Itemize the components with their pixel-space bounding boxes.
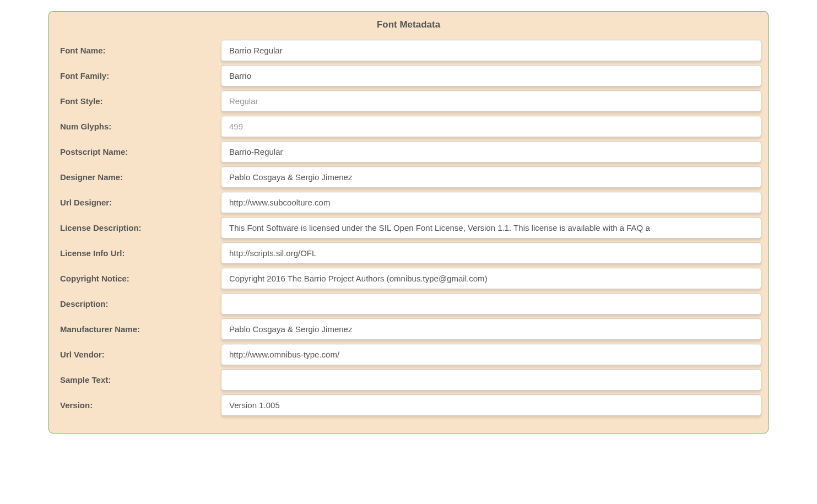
input-font-family[interactable] xyxy=(221,65,761,86)
label-font-style: Font Style: xyxy=(56,96,221,106)
label-designer-name: Designer Name: xyxy=(56,172,221,182)
input-version[interactable] xyxy=(221,394,761,416)
input-description[interactable] xyxy=(221,293,761,315)
label-description: Description: xyxy=(56,299,221,308)
row-postscript-name: Postscript Name: xyxy=(56,141,761,162)
label-font-family: Font Family: xyxy=(56,71,221,80)
row-copyright-notice: Copyright Notice: xyxy=(56,268,761,289)
font-metadata-panel: Font Metadata Font Name: Font Family: Fo… xyxy=(48,11,769,433)
input-license-description[interactable] xyxy=(221,217,761,239)
label-version: Version: xyxy=(56,400,221,410)
row-license-description: License Description: xyxy=(56,217,761,239)
label-license-info-url: License Info Url: xyxy=(56,248,221,258)
label-manufacturer-name: Manufacturer Name: xyxy=(56,324,221,334)
label-url-vendor: Url Vendor: xyxy=(56,350,221,359)
row-font-family: Font Family: xyxy=(56,65,761,86)
row-description: Description: xyxy=(56,293,761,315)
input-copyright-notice[interactable] xyxy=(221,268,761,289)
input-manufacturer-name[interactable] xyxy=(221,318,761,340)
input-license-info-url[interactable] xyxy=(221,242,761,264)
input-postscript-name[interactable] xyxy=(221,141,761,162)
row-license-info-url: License Info Url: xyxy=(56,242,761,264)
row-font-name: Font Name: xyxy=(56,40,761,61)
input-font-style xyxy=(221,90,761,112)
label-font-name: Font Name: xyxy=(56,46,221,55)
input-url-vendor[interactable] xyxy=(221,344,761,365)
label-copyright-notice: Copyright Notice: xyxy=(56,274,221,283)
row-font-style: Font Style: xyxy=(56,90,761,112)
input-num-glyphs xyxy=(221,116,761,137)
row-version: Version: xyxy=(56,394,761,416)
label-sample-text: Sample Text: xyxy=(56,375,221,384)
input-sample-text[interactable] xyxy=(221,369,761,391)
row-sample-text: Sample Text: xyxy=(56,369,761,391)
row-manufacturer-name: Manufacturer Name: xyxy=(56,318,761,340)
input-designer-name[interactable] xyxy=(221,166,761,188)
label-postscript-name: Postscript Name: xyxy=(56,147,221,156)
label-num-glyphs: Num Glyphs: xyxy=(56,122,221,131)
panel-title: Font Metadata xyxy=(56,12,761,36)
input-url-designer[interactable] xyxy=(221,192,761,213)
row-url-designer: Url Designer: xyxy=(56,192,761,213)
row-num-glyphs: Num Glyphs: xyxy=(56,116,761,137)
label-url-designer: Url Designer: xyxy=(56,198,221,207)
input-font-name[interactable] xyxy=(221,40,761,61)
label-license-description: License Description: xyxy=(56,223,221,232)
row-url-vendor: Url Vendor: xyxy=(56,344,761,365)
row-designer-name: Designer Name: xyxy=(56,166,761,188)
